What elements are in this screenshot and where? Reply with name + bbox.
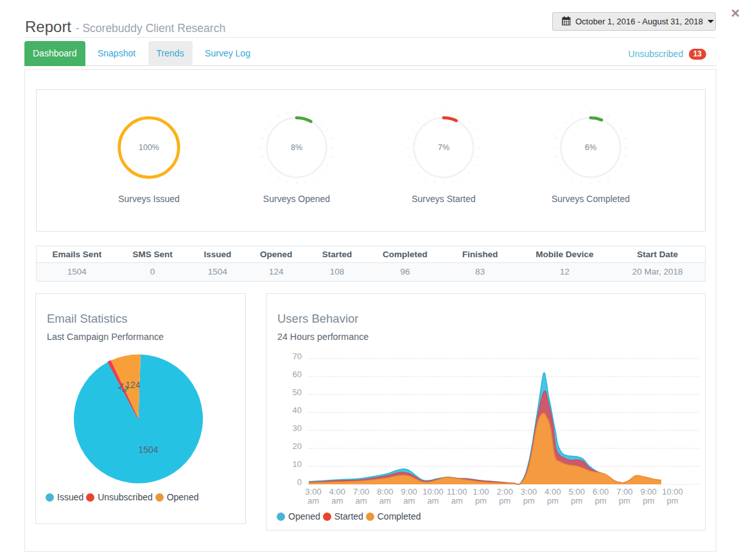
svg-text:8%: 8%	[291, 143, 302, 152]
svg-text:7%: 7%	[438, 143, 449, 152]
svg-text:100%: 100%	[139, 143, 159, 152]
svg-text:6%: 6%	[585, 143, 596, 152]
